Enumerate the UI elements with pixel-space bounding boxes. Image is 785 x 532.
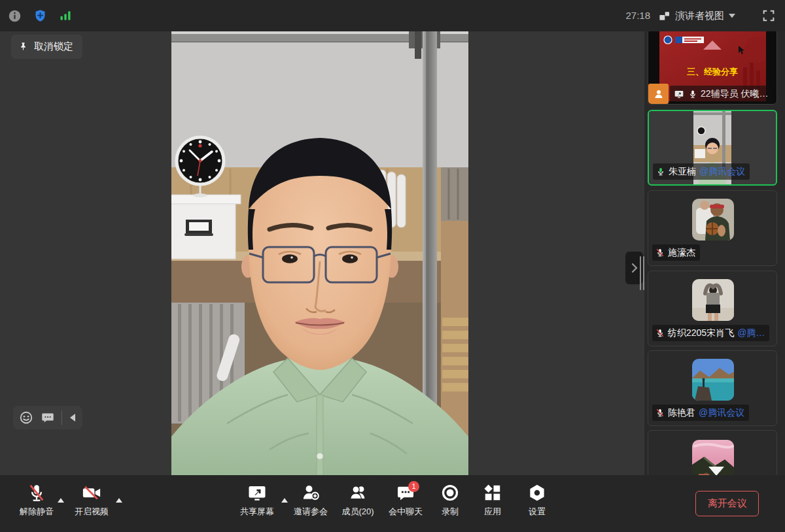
mic-options-arrow[interactable] [58, 498, 64, 503]
chat-label: 会中聊天 [389, 506, 423, 518]
participant-name-chip: 22辅导员 伏曦… [670, 86, 772, 102]
video-options-arrow[interactable] [116, 498, 122, 503]
participant-name-chip: 纺织2205宋肖飞@腾… [652, 325, 769, 341]
share-screen-label: 共享屏幕 [240, 506, 274, 518]
participant-name-chip: 陈艳君@腾讯会议 [652, 405, 749, 421]
top-bar: 27:18 演讲者视图 [0, 0, 785, 31]
chevron-right-icon [630, 262, 639, 274]
invite-label: 邀请参会 [294, 506, 328, 518]
leave-meeting-button[interactable]: 离开会议 [695, 491, 759, 516]
participant-name-suffix: @腾讯会议 [699, 407, 744, 419]
start-video-label: 开启视频 [75, 506, 109, 518]
collapse-left-icon[interactable] [69, 413, 77, 422]
mic-muted-icon [27, 483, 46, 503]
members-icon [348, 483, 368, 503]
participant-avatar [692, 359, 734, 401]
mic-muted-icon [655, 408, 665, 418]
chat-unread-badge: 1 [408, 481, 419, 492]
settings-label: 设置 [529, 506, 546, 518]
presenter-badge-icon [648, 84, 669, 104]
participant-name-suffix: @腾… [737, 327, 765, 339]
participant-avatar [692, 279, 734, 321]
participant-name: 陈艳君 [668, 407, 695, 419]
fullscreen-icon[interactable] [761, 8, 776, 23]
settings-nut-icon [527, 483, 547, 503]
main-speaker-video[interactable] [171, 31, 468, 475]
mic-on-icon [688, 90, 697, 99]
invite-button[interactable]: 邀请参会 [294, 483, 328, 518]
chevron-down-icon [729, 14, 735, 18]
participant-tile-screenshare[interactable]: 三、经验分享 22辅导员 伏曦… [648, 29, 777, 105]
emoji-icon[interactable] [19, 410, 33, 425]
start-video-button[interactable]: 开启视频 [75, 483, 109, 518]
slide-title: 三、经验分享 [687, 67, 738, 76]
sidebar-scrollbar[interactable] [640, 256, 641, 290]
bottom-toolbar: 解除静音 开启视频 共享屏幕 邀请参会 [0, 475, 785, 532]
record-button[interactable]: 录制 [440, 483, 460, 518]
apps-button[interactable]: 应用 [483, 483, 502, 518]
scroll-down-indicator[interactable] [708, 467, 724, 476]
unpin-button[interactable]: 取消锁定 [11, 35, 82, 59]
participant-tile[interactable]: 纺织2205宋肖飞@腾… [648, 271, 777, 346]
speaker-video-scene [171, 31, 468, 475]
layout-icon [658, 10, 671, 22]
quick-chat-icon[interactable] [40, 410, 56, 425]
mic-muted-icon [655, 248, 665, 258]
invite-person-icon [301, 483, 321, 503]
divider [61, 410, 62, 425]
participant-tile[interactable]: 施濠杰 [648, 190, 777, 266]
mic-active-icon [656, 167, 665, 176]
participant-name-chip: 施濠杰 [652, 244, 700, 261]
security-shield-icon[interactable] [33, 8, 47, 24]
apps-grid-icon [483, 483, 502, 503]
participant-name-suffix: @腾讯会议 [699, 166, 745, 178]
members-label: 成员(20) [341, 506, 374, 518]
pin-icon [18, 41, 29, 52]
participant-name: 纺织2205宋肖飞 [668, 327, 734, 339]
settings-button[interactable]: 设置 [527, 483, 547, 518]
screen-share-icon [673, 89, 685, 99]
participant-name: 施濠杰 [668, 247, 695, 259]
network-signal-icon[interactable] [59, 9, 72, 22]
participant-name: 朱亚楠 [669, 166, 696, 178]
apps-label: 应用 [484, 506, 501, 518]
participant-tile[interactable]: 陈艳君@腾讯会议 [648, 350, 777, 426]
participant-name: 22辅导员 伏曦… [701, 88, 768, 100]
record-label: 录制 [442, 506, 459, 518]
view-mode-label: 演讲者视图 [675, 10, 724, 22]
members-button[interactable]: 成员(20) [341, 483, 374, 518]
unmute-button[interactable]: 解除静音 [20, 483, 54, 518]
participant-tile-active-speaker[interactable]: 朱亚楠@腾讯会议 [648, 110, 777, 186]
share-screen-button[interactable]: 共享屏幕 [240, 483, 274, 518]
mic-muted-icon [655, 328, 665, 338]
quick-reaction-bar [13, 406, 82, 429]
sidebar-scrollbar-track [643, 256, 644, 290]
share-screen-icon [247, 483, 267, 503]
camera-off-icon [81, 483, 102, 503]
record-icon [440, 483, 460, 503]
unpin-label: 取消锁定 [34, 41, 73, 53]
meeting-info-icon[interactable] [8, 9, 22, 23]
meeting-timer: 27:18 [620, 0, 650, 31]
participant-name-chip: 朱亚楠@腾讯会议 [653, 163, 750, 180]
view-mode-switcher[interactable]: 演讲者视图 [658, 0, 735, 31]
share-options-arrow[interactable] [281, 498, 288, 503]
participant-avatar [692, 199, 734, 241]
unmute-label: 解除静音 [20, 506, 54, 518]
